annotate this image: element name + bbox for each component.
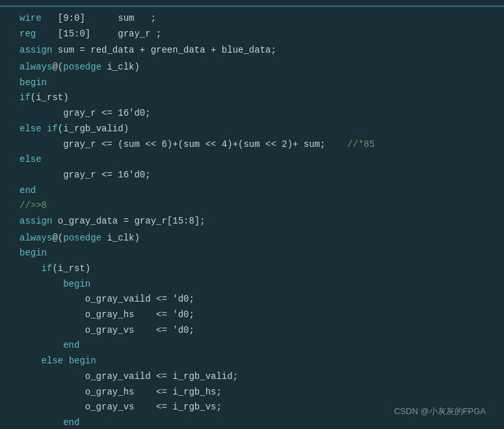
code-line: if(i_rst) <box>0 90 504 106</box>
code-line: begin <box>0 277 504 292</box>
code-line: always@(posedge i_clk) <box>0 231 504 246</box>
code-line: end <box>0 183 504 199</box>
code-line: begin <box>0 246 504 261</box>
code-line: gray_r <= 16'd0; <box>0 106 504 122</box>
code-line: end <box>0 415 504 429</box>
code-line: assign sum = red_data + green_data + blu… <box>0 43 504 58</box>
code-line: gray_r <= 16'd0; <box>0 168 504 183</box>
code-container: wire [9:0] sum ;reg [15:0] gray_r ;assig… <box>0 0 504 429</box>
code-line: o_gray_hs <= i_rgb_hs; <box>0 385 504 400</box>
code-line: else begin <box>0 354 504 369</box>
code-line: if(i_rst) <box>0 261 504 277</box>
code-line: //>>8 <box>0 198 504 214</box>
code-line: end <box>0 338 504 354</box>
code-line: else <box>0 152 504 168</box>
code-line: begin <box>0 75 504 91</box>
top-border <box>0 5 504 7</box>
code-line: gray_r <= (sum << 6)+(sum << 4)+(sum << … <box>0 137 504 153</box>
code-line: assign o_gray_data = gray_r[15:8]; <box>0 214 504 229</box>
code-line: else if(i_rgb_valid) <box>0 122 504 137</box>
code-line: o_gray_vaild <= i_rgb_valid; <box>0 369 504 385</box>
code-line: o_gray_vaild <= 'd0; <box>0 292 504 307</box>
code-line: reg [15:0] gray_r ; <box>0 27 504 42</box>
code-line: o_gray_vs <= 'd0; <box>0 323 504 339</box>
code-line: o_gray_hs <= 'd0; <box>0 307 504 323</box>
code-line: always@(posedge i_clk) <box>0 60 504 75</box>
code-line: wire [9:0] sum ; <box>0 11 504 27</box>
code-lines: wire [9:0] sum ;reg [15:0] gray_r ;assig… <box>0 11 504 429</box>
watermark: CSDN @小灰灰的FPGA <box>394 406 486 417</box>
